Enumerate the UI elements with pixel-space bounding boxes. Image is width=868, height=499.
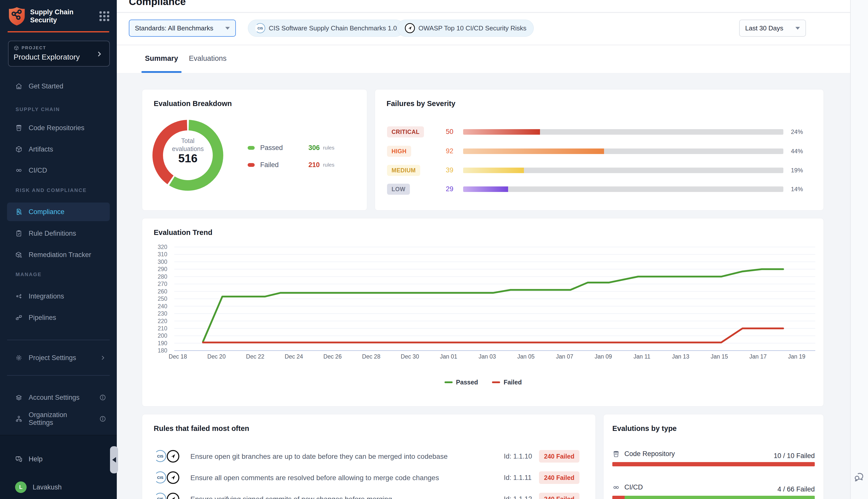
sidebar-item-code-repositories[interactable]: Code Repositories [7,121,110,135]
svg-text:190: 190 [158,340,167,346]
legend-item-failed: Failed 210 rules [248,160,279,170]
org-chart-gear-icon [15,415,23,423]
project-name: Product Exploratory [14,53,104,61]
tab-summary[interactable]: Summary [145,54,178,63]
sidebar-item-remediation-tracker[interactable]: Remediation Tracker [7,247,110,262]
severity-percent: 19% [791,167,803,174]
svg-text:Jan 01: Jan 01 [440,353,457,360]
legend-label: Passed [260,144,283,152]
pipelines-icon [15,314,23,321]
help-chat-icon: ? [15,455,23,463]
tab-evaluations[interactable]: Evaluations [189,54,226,63]
sidebar-item-integrations[interactable]: Integrations [7,289,110,304]
svg-text:Jan 15: Jan 15 [710,353,728,360]
severity-badge: LOW [387,184,410,195]
rule-row[interactable]: CIS Ensure all open comments are resolve… [142,471,595,486]
cube-icon [14,45,19,51]
severity-count: 39 [438,166,461,174]
info-icon[interactable] [99,415,106,422]
sidebar-user[interactable]: L Lavakush [7,480,110,495]
trend-legend: PassedFailed [142,379,824,386]
svg-text:Jan 17: Jan 17 [749,353,767,360]
severity-percent: 24% [791,129,803,135]
sidebar-item-compliance[interactable]: Compliance [7,203,110,221]
main-content: Compliance Standards: All Benchmarks CIS… [117,0,868,499]
sidebar-item-project-settings[interactable]: Project Settings [7,351,110,365]
svg-text:Jan 07: Jan 07 [556,353,573,360]
evaluations-donut-chart: Total evaluations 516 [150,118,225,193]
svg-text:?: ? [17,457,19,459]
type-bar-cicd [612,496,815,499]
sidebar-item-help[interactable]: ? Help [7,452,110,466]
passed-unit: rules [323,145,335,151]
severity-bar-fill [463,148,604,154]
sidebar-item-artifacts[interactable]: Artifacts [7,142,110,157]
svg-text:Dec 28: Dec 28 [362,353,381,360]
sidebar-item-label: Integrations [29,292,64,300]
chat-support-button[interactable] [853,470,866,484]
rule-row[interactable]: CIS Ensure verifying signed commits of n… [142,492,595,499]
trend-legend-failed[interactable]: Failed [492,379,522,386]
compliance-document-icon [15,208,23,216]
severity-bar-fill [463,168,524,173]
app-logo-shield-icon [8,6,26,26]
benchmark-chip-cis[interactable]: CIS CIS Software Supply Chain Benchmarks… [248,20,404,37]
user-name: Lavakush [33,484,62,491]
severity-bar-fill [463,129,540,135]
rule-text: Ensure all open comments are resolved be… [190,474,439,482]
filter-bar: Standards: All Benchmarks CIS CIS Softwa… [117,13,850,45]
svg-text:Jan 03: Jan 03 [479,353,496,360]
chevron-right-icon [100,354,106,361]
chip-label: CIS Software Supply Chain Benchmarks 1.0 [269,24,397,32]
severity-badge: CRITICAL [387,126,424,137]
sidebar-item-label: CI/CD [29,167,47,174]
rules-failed-most-card: Rules that failed most often CIS Ensure … [142,414,596,499]
severity-badge: HIGH [387,146,411,157]
rule-failed-badge: 240 Failed [539,493,580,499]
svg-text:Dec 26: Dec 26 [323,353,342,360]
info-icon[interactable] [99,394,106,401]
type-bar-code-repository [612,462,815,466]
svg-text:220: 220 [158,318,167,324]
apps-grid-icon[interactable] [99,11,109,21]
sidebar-item-account-settings[interactable]: Account Settings [7,390,110,405]
type-label: Code Repository [624,450,675,458]
cis-logo-icon: CIS [255,23,265,33]
sidebar-divider [7,340,110,340]
card-title: Evaluation Breakdown [154,99,232,108]
standards-dropdown[interactable]: Standards: All Benchmarks [129,20,236,37]
sidebar-collapse-handle[interactable] [110,446,118,473]
total-evaluations-value: 516 [165,154,210,162]
sidebar-item-get-started[interactable]: Get Started [7,79,110,94]
collapse-arrow-icon [112,457,116,463]
user-avatar: L [15,482,27,493]
project-label-row: PROJECT [14,45,104,51]
sidebar-item-label: Account Settings [29,394,79,402]
app-screen: Supply Chain Security PROJECT Product Ex… [0,0,868,499]
artifact-box-icon [15,145,23,153]
sidebar-item-organization-settings[interactable]: Organization Settings [7,412,110,426]
sidebar-item-pipelines[interactable]: Pipelines [7,310,110,325]
chevron-down-icon [225,27,230,30]
help-label: Help [29,455,43,463]
severity-count: 92 [438,147,461,155]
svg-text:Jan 13: Jan 13 [672,353,689,360]
cis-logo-icon: CIS [154,471,166,484]
date-range-dropdown[interactable]: Last 30 Days [739,20,806,37]
type-value: 10 / 10 Failed [773,452,815,460]
severity-bar-track [463,148,783,154]
sidebar-item-cicd[interactable]: CI/CD [7,163,110,178]
sidebar-item-rule-definitions[interactable]: Rule Definitions [7,226,110,241]
rule-row[interactable]: CIS Ensure open git branches are up to d… [142,450,595,465]
trend-legend-passed[interactable]: Passed [445,379,478,386]
rule-benchmark-icons: CIS [154,493,179,499]
donut-center-text: Total evaluations [165,137,210,153]
clipboard-check-icon [15,230,23,237]
project-selector[interactable]: PROJECT Product Exploratory [8,41,110,66]
sidebar-item-label: Artifacts [29,145,53,153]
benchmark-chip-owasp[interactable]: OWASP Top 10 CI/CD Security Risks [397,20,534,37]
infinity-icon [15,167,23,174]
rule-text: Ensure verifying signed commits of new c… [190,495,392,499]
severity-count: 50 [438,128,461,136]
type-value: 4 / 66 Failed [777,485,815,493]
